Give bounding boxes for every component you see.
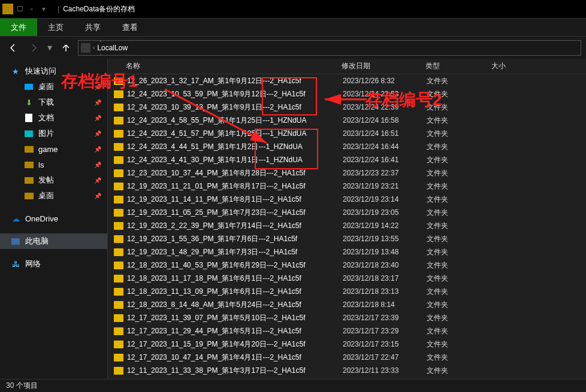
- breadcrumb-segment[interactable]: LocalLow: [97, 44, 169, 52]
- file-type: 文件夹: [427, 181, 493, 192]
- sidebar-onedrive[interactable]: ☁OneDrive: [0, 211, 107, 226]
- file-row[interactable]: 12_24_2023_4_41_30_PM_第1年1月1日---1_HZNdUA…: [108, 153, 586, 166]
- file-row[interactable]: 12_10_2023_11_28_51_PM_第1年3月1日---2_HA1c5…: [108, 377, 586, 379]
- file-row[interactable]: 12_24_2023_4_44_51_PM_第1年1月2日---1_HZNdUA…: [108, 140, 586, 153]
- file-row[interactable]: 12_23_2023_10_37_44_PM_第1年8月28日---2_HA1c…: [108, 166, 586, 180]
- file-date: 2023/12/17 23:15: [343, 340, 427, 348]
- file-type: 文件夹: [427, 142, 493, 152]
- tab-file[interactable]: 文件: [0, 19, 37, 36]
- file-type: 文件夹: [427, 89, 493, 99]
- file-name: 12_19_2023_1_48_29_PM_第1年7月3日---2_HA1c5f: [127, 247, 343, 257]
- file-name: 12_17_2023_10_47_14_PM_第1年4月1日---2_HA1c5…: [127, 353, 343, 363]
- sidebar-documents[interactable]: 文档📌: [0, 110, 107, 126]
- file-row[interactable]: 12_17_2023_11_15_19_PM_第1年4月20日---2_HA1c…: [108, 338, 586, 351]
- folder-icon: [114, 169, 123, 177]
- folder-icon: [114, 354, 123, 361]
- folder-icon: [24, 144, 34, 154]
- folder-icon: [114, 183, 123, 190]
- file-type: 文件夹: [427, 366, 493, 376]
- folder-icon: [114, 222, 123, 230]
- recent-dropdown[interactable]: ▾: [46, 39, 54, 56]
- file-row[interactable]: 12_18_2023_11_13_09_PM_第1年6月1日---2_HA1c5…: [108, 285, 586, 298]
- file-list[interactable]: 12_26_2023_1_32_17_AM_第1年9月12日---2_HA1c5…: [108, 74, 586, 379]
- file-type: 文件夹: [427, 247, 493, 257]
- file-row[interactable]: 12_19_2023_1_55_36_PM_第1年7月6日---2_HA1c5f…: [108, 232, 586, 245]
- file-row[interactable]: 12_18_2023_11_40_53_PM_第1年6月29日---2_HA1c…: [108, 259, 586, 272]
- sidebar-network[interactable]: 🖧网络: [0, 256, 107, 272]
- sidebar-desktop[interactable]: 桌面📌: [0, 79, 107, 95]
- file-name: 12_24_2023_4_41_30_PM_第1年1月1日---1_HZNdUA: [127, 155, 343, 165]
- qat-icon-2[interactable]: ▫: [26, 4, 37, 14]
- col-header-size[interactable]: 大小: [491, 61, 539, 71]
- file-row[interactable]: 12_11_2023_11_33_38_PM_第1年3月17日---2_HA1c…: [108, 364, 586, 377]
- sidebar-label: OneDrive: [25, 214, 58, 223]
- file-name: 12_18_2023_11_13_09_PM_第1年6月1日---2_HA1c5…: [127, 287, 343, 297]
- file-row[interactable]: 12_19_2023_11_21_01_PM_第1年8月17日---2_HA1c…: [108, 180, 586, 193]
- pin-icon: 📌: [94, 193, 101, 199]
- folder-icon: [114, 130, 123, 138]
- file-row[interactable]: 12_18_2023_8_14_48_AM_第1年5月24日---2_HA1c5…: [108, 298, 586, 311]
- breadcrumb[interactable]: ‹ win10 (C:)›用户›yufeiye.com›AppData›Loca…: [78, 40, 581, 56]
- tab-home[interactable]: 主页: [37, 19, 74, 36]
- file-row[interactable]: 12_17_2023_11_39_07_PM_第1年5月10日---2_HA1c…: [108, 311, 586, 324]
- item-count: 30 个项目: [6, 381, 38, 391]
- file-type: 文件夹: [427, 274, 493, 284]
- folder-icon: [114, 104, 123, 111]
- sidebar-game[interactable]: game📌: [0, 141, 107, 157]
- qat-icon-1[interactable]: ☐: [14, 4, 25, 14]
- chevron-right-icon[interactable]: ›: [97, 52, 169, 56]
- file-date: 2023/12/26 8:32: [343, 77, 427, 85]
- sidebar-this-pc[interactable]: 此电脑: [0, 233, 107, 249]
- up-button[interactable]: [58, 39, 74, 56]
- col-header-type[interactable]: 类型: [425, 61, 491, 71]
- file-date: 2023/12/19 23:21: [343, 182, 427, 190]
- sidebar-pictures[interactable]: 图片📌: [0, 126, 107, 141]
- file-name: 12_23_2023_10_37_44_PM_第1年8月28日---2_HA1c…: [127, 168, 343, 178]
- folder-icon: [114, 288, 123, 296]
- pc-icon: [81, 43, 90, 53]
- sidebar-label: 网络: [25, 259, 41, 269]
- file-type: 文件夹: [427, 155, 493, 165]
- file-row[interactable]: 12_19_2023_1_48_29_PM_第1年7月3日---2_HA1c5f…: [108, 245, 586, 259]
- file-name: 12_24_2023_4_58_55_PM_第1年1月25日---1_HZNdU…: [127, 116, 343, 126]
- qat-chevron-icon[interactable]: ▾: [38, 4, 49, 14]
- sidebar-label: 快速访问: [25, 66, 56, 77]
- file-row[interactable]: 12_24_2023_4_51_57_PM_第1年1月25日---1_HZNdU…: [108, 127, 586, 140]
- folder-icon: [114, 196, 123, 203]
- sidebar-posting[interactable]: 发帖📌: [0, 172, 107, 188]
- sidebar-label: 下载: [38, 97, 54, 108]
- tab-view[interactable]: 查看: [111, 19, 149, 36]
- col-header-date[interactable]: 修改日期: [342, 61, 425, 71]
- col-header-name[interactable]: 名称: [126, 61, 342, 71]
- network-icon: 🖧: [11, 259, 20, 269]
- file-date: 2023/12/19 23:14: [343, 195, 427, 203]
- file-row[interactable]: 12_17_2023_11_29_44_PM_第1年5月1日---2_HA1c5…: [108, 324, 586, 338]
- file-row[interactable]: 12_17_2023_10_47_14_PM_第1年4月1日---2_HA1c5…: [108, 351, 586, 364]
- title-bar: ☐ ▫ ▾ | CacheData备份的存档: [0, 0, 586, 18]
- file-date: 2023/12/18 8:14: [343, 300, 427, 309]
- file-date: 2023/12/17 23:39: [343, 314, 427, 322]
- file-row[interactable]: 12_24_2023_10_53_59_PM_第1年9月12日---2_HA1c…: [108, 87, 586, 101]
- file-row[interactable]: 12_26_2023_1_32_17_AM_第1年9月12日---2_HA1c5…: [108, 74, 586, 87]
- onedrive-icon: ☁: [11, 214, 20, 223]
- sidebar-desktop2[interactable]: 桌面📌: [0, 188, 107, 203]
- sidebar-quick-access[interactable]: ★快速访问: [0, 63, 107, 79]
- file-row[interactable]: 12_19_2023_11_05_25_PM_第1年7月23日---2_HA1c…: [108, 206, 586, 219]
- document-icon: [24, 113, 34, 123]
- file-type: 文件夹: [427, 102, 493, 113]
- file-row[interactable]: 12_19_2023_2_22_39_PM_第1年7月14日---2_HA1c5…: [108, 219, 586, 232]
- file-type: 文件夹: [427, 379, 493, 379]
- sidebar-downloads[interactable]: ⬇下载📌: [0, 95, 107, 110]
- tab-share[interactable]: 共享: [74, 19, 111, 36]
- forward-button[interactable]: [25, 39, 42, 56]
- file-row[interactable]: 12_24_2023_10_39_13_PM_第1年9月1日---2_HA1c5…: [108, 101, 586, 114]
- file-row[interactable]: 12_24_2023_4_58_55_PM_第1年1月25日---1_HZNdU…: [108, 114, 586, 127]
- sidebar-ls[interactable]: ls📌: [0, 157, 107, 172]
- file-date: 2023/12/18 23:17: [343, 274, 427, 282]
- file-date: 2023/12/19 13:48: [343, 248, 427, 256]
- file-row[interactable]: 12_19_2023_11_14_11_PM_第1年8月1日---2_HA1c5…: [108, 193, 586, 206]
- back-button[interactable]: [5, 39, 22, 56]
- ribbon-tabs: 文件 主页 共享 查看: [0, 18, 586, 36]
- file-row[interactable]: 12_18_2023_11_17_18_PM_第1年6月1日---2_HA1c5…: [108, 272, 586, 285]
- chevron-left-icon[interactable]: ‹: [93, 44, 95, 51]
